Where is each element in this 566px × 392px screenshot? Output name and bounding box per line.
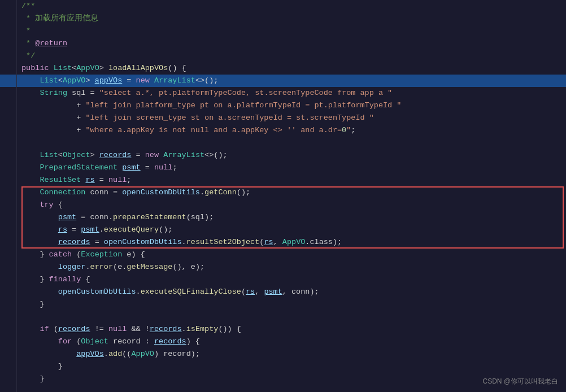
code-editor: /** * 加载所有应用信息 * * @return */public List…	[0, 0, 566, 392]
line-content: try {	[17, 199, 566, 211]
line-number	[0, 348, 17, 360]
code-line: Connection conn = openCustomDbUtils.getC…	[0, 186, 566, 199]
code-line: List<AppVO> appVOs = new ArrayList<>();	[0, 75, 566, 87]
line-number	[0, 99, 17, 112]
line-content: + "where a.appKey is not null and a.appK…	[17, 124, 566, 137]
line-number	[0, 50, 17, 62]
line-number	[0, 186, 17, 199]
line-content: + "left join platform_type pt on a.platf…	[17, 99, 566, 112]
code-line: try {	[0, 199, 566, 211]
code-line: openCustomDbUtils.executeSQLFinallyClose…	[0, 286, 566, 298]
line-number	[0, 62, 17, 75]
line-number	[0, 373, 17, 385]
line-number	[0, 137, 17, 149]
line-content: } catch (Exception e) {	[17, 249, 566, 261]
line-number	[0, 25, 17, 37]
line-content: + "left join screen_type st on a.screenT…	[17, 112, 566, 124]
line-number	[0, 224, 17, 236]
code-line: } finally {	[0, 273, 566, 286]
line-number	[0, 360, 17, 373]
line-number	[0, 336, 17, 348]
code-line: String sql = "select a.*, pt.platformTyp…	[0, 87, 566, 99]
line-content: Connection conn = openCustomDbUtils.getC…	[17, 186, 566, 199]
line-content: * 加载所有应用信息	[17, 12, 566, 25]
code-line	[0, 385, 566, 392]
line-content: }	[17, 298, 566, 311]
line-content: logger.error(e.getMessage(), e);	[17, 261, 566, 273]
line-content: String sql = "select a.*, pt.platformTyp…	[17, 87, 566, 99]
line-content: List<Object> records = new ArrayList<>()…	[17, 149, 566, 162]
code-line: public List<AppVO> loadAllAppVOs() {	[0, 62, 566, 75]
line-content: }	[17, 360, 566, 373]
line-number	[0, 298, 17, 311]
line-content: openCustomDbUtils.executeSQLFinallyClose…	[17, 286, 566, 298]
line-content: public List<AppVO> loadAllAppVOs() {	[17, 62, 566, 75]
line-content: PreparedStatement psmt = null;	[17, 162, 566, 174]
line-content: records = openCustomDbUtils.resultSet2Ob…	[17, 236, 566, 249]
line-content: /**	[17, 0, 566, 12]
line-number	[0, 211, 17, 224]
line-content: *	[17, 25, 566, 37]
line-number	[0, 236, 17, 249]
code-line: for (Object record : records) {	[0, 336, 566, 348]
line-number	[0, 323, 17, 336]
line-number	[0, 0, 17, 12]
line-number	[0, 87, 17, 99]
code-line: + "where a.appKey is not null and a.appK…	[0, 124, 566, 137]
line-number	[0, 311, 17, 323]
code-line: if (records != null && !records.isEmpty(…	[0, 323, 566, 336]
line-content: rs = psmt.executeQuery();	[17, 224, 566, 236]
code-line: records = openCustomDbUtils.resultSet2Ob…	[0, 236, 566, 249]
line-number	[0, 273, 17, 286]
line-number	[0, 112, 17, 124]
line-number	[0, 174, 17, 186]
line-content	[17, 311, 566, 323]
code-line	[0, 137, 566, 149]
code-line: appVOs.add((AppVO) record);	[0, 348, 566, 360]
code-line: + "left join screen_type st on a.screenT…	[0, 112, 566, 124]
line-content	[17, 137, 566, 149]
code-line: }	[0, 360, 566, 373]
code-line: } catch (Exception e) {	[0, 249, 566, 261]
line-number	[0, 162, 17, 174]
code-line: * @return	[0, 37, 566, 50]
line-number	[0, 199, 17, 211]
code-line: ResultSet rs = null;	[0, 174, 566, 186]
code-line: */	[0, 50, 566, 62]
line-content: * @return	[17, 37, 566, 50]
line-content: for (Object record : records) {	[17, 336, 566, 348]
line-number	[0, 385, 17, 392]
code-line: * 加载所有应用信息	[0, 12, 566, 25]
line-number	[0, 286, 17, 298]
line-number	[0, 12, 17, 25]
line-content: List<AppVO> appVOs = new ArrayList<>();	[17, 75, 566, 87]
line-number	[0, 37, 17, 50]
line-content: if (records != null && !records.isEmpty(…	[17, 323, 566, 336]
code-line: rs = psmt.executeQuery();	[0, 224, 566, 236]
watermark: CSDN @你可以叫我老白	[482, 377, 558, 386]
code-line: List<Object> records = new ArrayList<>()…	[0, 149, 566, 162]
code-line: /**	[0, 0, 566, 12]
line-number	[0, 149, 17, 162]
code-line: + "left join platform_type pt on a.platf…	[0, 99, 566, 112]
code-line: logger.error(e.getMessage(), e);	[0, 261, 566, 273]
line-content: ResultSet rs = null;	[17, 174, 566, 186]
line-number	[0, 261, 17, 273]
code-line: }	[0, 373, 566, 385]
line-number	[0, 249, 17, 261]
line-number	[0, 124, 17, 137]
code-line: }	[0, 298, 566, 311]
code-line: *	[0, 25, 566, 37]
code-line: psmt = conn.prepareStatement(sql);	[0, 211, 566, 224]
line-content: */	[17, 50, 566, 62]
line-content: appVOs.add((AppVO) record);	[17, 348, 566, 360]
line-number	[0, 75, 17, 87]
code-line: PreparedStatement psmt = null;	[0, 162, 566, 174]
code-line	[0, 311, 566, 323]
line-content: psmt = conn.prepareStatement(sql);	[17, 211, 566, 224]
line-content: } finally {	[17, 273, 566, 286]
